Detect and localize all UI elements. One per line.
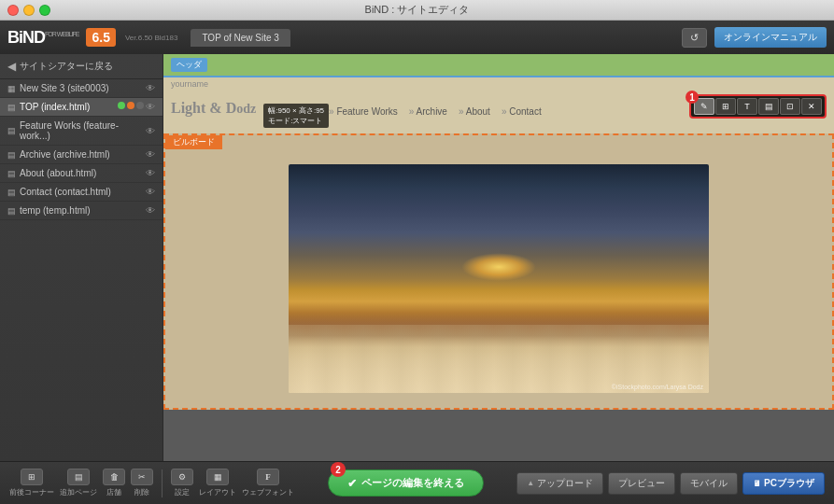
- refresh-icon: ↺: [690, 32, 699, 44]
- window-controls[interactable]: [7, 5, 50, 16]
- sidebar-item-about-label: About (about.html): [20, 168, 96, 178]
- nav-item-archive[interactable]: Archive: [409, 106, 447, 117]
- maximize-btn[interactable]: [39, 5, 50, 16]
- status-badge: [136, 102, 144, 109]
- nav-item-about[interactable]: About: [459, 106, 490, 117]
- eye-icon-2: 👁: [146, 102, 155, 112]
- back-icon: ◀: [7, 60, 16, 73]
- site-nav: Feature Works Archive About Contact: [329, 106, 557, 117]
- webfont-label: ウェブフォント: [242, 487, 294, 497]
- toolbar-dupe-btn[interactable]: ⊡: [780, 98, 800, 115]
- dimension-tooltip: 幅:950 × 高さ:95モード:スマート: [263, 104, 329, 128]
- tool-store[interactable]: 🗑 店舗: [103, 469, 125, 497]
- page-icon-6: ▤: [7, 206, 16, 216]
- site-logo: Light & Dodz: [171, 94, 256, 119]
- layout-icon: ▦: [206, 469, 229, 485]
- page-icon-4: ▤: [7, 169, 16, 178]
- minimize-btn[interactable]: [23, 5, 35, 16]
- tool-webfont[interactable]: F ウェブフォント: [242, 469, 294, 497]
- content-area: ヘッダ yourname Light & Dodz 幅:950 × 高さ:95モ…: [163, 54, 834, 461]
- online-manual-button[interactable]: オンラインマニュアル: [714, 27, 827, 48]
- eye-icon: 👁: [146, 83, 155, 93]
- tool-layout[interactable]: ▦ レイアウト: [199, 469, 236, 497]
- eye-icon-5: 👁: [146, 168, 155, 178]
- toolbar-delete-btn[interactable]: ✕: [801, 98, 822, 115]
- app-version: 6.5: [86, 28, 115, 47]
- sidebar-back-label: サイトシアターに戻る: [20, 60, 113, 73]
- bottom-center: 2 ✔ ページの編集を終える: [300, 469, 511, 497]
- sidebar: ◀ サイトシアターに戻る ▦ New Site 3 (site0003) 👁 ▤…: [0, 54, 163, 461]
- preview-button[interactable]: プレビュー: [608, 472, 675, 495]
- site-header-content: Light & Dodz 幅:950 × 高さ:95モード:スマート Featu…: [163, 91, 834, 133]
- finish-badge: 2: [331, 462, 346, 477]
- close-btn[interactable]: [7, 5, 19, 16]
- corner-label: 前後コーナー: [9, 487, 54, 497]
- add-page-label: 追加ページ: [60, 487, 97, 497]
- sidebar-item-feature-label: Feature Works (feature-work...): [20, 120, 142, 141]
- eye-icon-7: 👁: [146, 205, 155, 216]
- page-icon-5: ▤: [7, 188, 16, 197]
- sidebar-item-contact-label: Contact (contact.html): [20, 187, 111, 197]
- toolbar-text-btn[interactable]: T: [737, 98, 757, 115]
- finish-edit-label: ページの編集を終える: [361, 476, 464, 490]
- sidebar-item-top[interactable]: ▤ TOP (index.html) 👁: [0, 98, 163, 117]
- billboard-section: ビルボード ©iStockphoto.com/Larysa Dodz: [163, 133, 834, 410]
- finish-edit-button[interactable]: ✔ ページの編集を終える: [328, 469, 484, 497]
- separator-1: [162, 469, 163, 497]
- status-badge-orange: [127, 102, 134, 109]
- photo-credit: ©iStockphoto.com/Larysa Dodz: [612, 384, 703, 390]
- window-title: BiND : サイトエディタ: [365, 3, 470, 17]
- sidebar-item-archive[interactable]: ▤ Archive (archive.html) 👁: [0, 146, 163, 164]
- billboard-image: ©iStockphoto.com/Larysa Dodz: [289, 164, 709, 393]
- sidebar-item-contact[interactable]: ▤ Contact (contact.html) 👁: [0, 183, 163, 202]
- tool-add-page[interactable]: ▤ 追加ページ: [60, 469, 97, 497]
- sidebar-item-about[interactable]: ▤ About (about.html) 👁: [0, 164, 163, 183]
- sidebar-back[interactable]: ◀ サイトシアターに戻る: [0, 54, 163, 79]
- store-icon: 🗑: [103, 469, 125, 485]
- toolbar-badge: 1: [686, 91, 699, 104]
- main-layout: ◀ サイトシアターに戻る ▦ New Site 3 (site0003) 👁 ▤…: [0, 54, 834, 461]
- settings-icon: ⚙: [171, 469, 193, 485]
- app-header: BiNDFOR WEBLIFE 6.5 Ver.6.50 Bld183 TOP …: [0, 21, 834, 54]
- settings-label: 設定: [175, 487, 190, 497]
- bottom-toolbar: ⊞ 前後コーナー ▤ 追加ページ 🗑 店舗 ✂ 削除 ⚙ 設定 ▦ レイアウト …: [0, 461, 834, 504]
- title-bar: BiND : サイトエディタ: [0, 0, 834, 21]
- sidebar-item-feature[interactable]: ▤ Feature Works (feature-work...) 👁: [0, 117, 163, 146]
- sidebar-item-temp-label: temp (temp.html): [20, 205, 91, 216]
- right-buttons: アップロード プレビュー モバイル PCブラウザ: [516, 472, 825, 495]
- tool-settings[interactable]: ⚙ 設定: [171, 469, 193, 497]
- sidebar-item-site-label: New Site 3 (site0003): [20, 83, 109, 93]
- active-tab[interactable]: TOP of New Site 3: [191, 29, 290, 47]
- toolbar-elem-btn[interactable]: ▤: [758, 98, 779, 115]
- page-icon: ▤: [7, 103, 16, 112]
- delete-label: 削除: [134, 487, 149, 497]
- sun-glow: [461, 253, 536, 281]
- sidebar-item-temp[interactable]: ▤ temp (temp.html) 👁: [0, 202, 163, 220]
- floating-toolbar: 1 ✎ ⊞ T ▤ ⊡ ✕: [689, 94, 827, 119]
- version-sub: Ver.6.50 Bld183: [125, 34, 178, 42]
- add-page-icon: ▤: [67, 469, 90, 485]
- refresh-button[interactable]: ↺: [682, 28, 707, 48]
- eye-icon-4: 👁: [146, 149, 155, 160]
- layout-label: レイアウト: [199, 487, 236, 497]
- delete-icon: ✂: [131, 469, 153, 485]
- eye-icon-6: 👁: [146, 187, 155, 197]
- cloud-texture: [289, 325, 709, 394]
- nav-item-contact[interactable]: Contact: [502, 106, 542, 117]
- tool-corner[interactable]: ⊞ 前後コーナー: [9, 469, 54, 497]
- sidebar-item-top-label: TOP (index.html): [20, 102, 90, 112]
- app-logo: BiNDFOR WEBLIFE: [7, 28, 78, 48]
- toolbar-view-btn[interactable]: ⊞: [715, 98, 736, 115]
- billboard-label: ビルボード: [165, 135, 222, 149]
- sidebar-item-site[interactable]: ▦ New Site 3 (site0003) 👁: [0, 79, 163, 98]
- site-name-small: yourname: [163, 77, 834, 91]
- upload-button[interactable]: アップロード: [516, 472, 603, 495]
- mobile-button[interactable]: モバイル: [680, 472, 738, 495]
- tool-delete[interactable]: ✂ 削除: [131, 469, 153, 497]
- sidebar-item-archive-label: Archive (archive.html): [20, 149, 110, 160]
- webfont-icon: F: [257, 469, 279, 485]
- pc-browser-button[interactable]: PCブラウザ: [742, 472, 825, 495]
- site-header: yourname Light & Dodz 幅:950 × 高さ:95モード:ス…: [163, 76, 834, 133]
- sunset-bg: ©iStockphoto.com/Larysa Dodz: [289, 164, 709, 393]
- nav-item-feature[interactable]: Feature Works: [329, 106, 398, 117]
